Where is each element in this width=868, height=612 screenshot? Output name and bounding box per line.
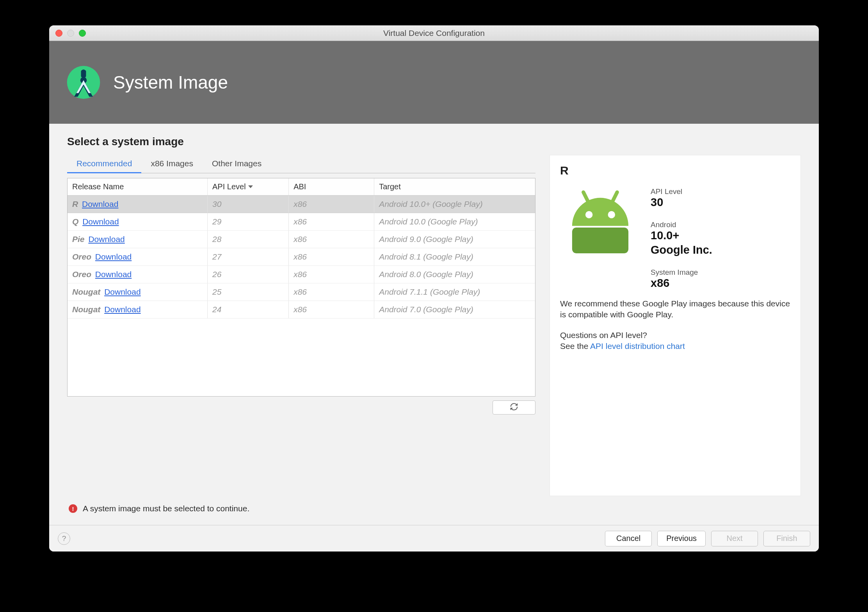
cell-api-level: 28 bbox=[208, 231, 289, 248]
system-image-value: x86 bbox=[651, 277, 790, 290]
cell-api-level: 30 bbox=[208, 196, 289, 213]
col-release-label: Release Name bbox=[72, 182, 124, 191]
cancel-button[interactable]: Cancel bbox=[605, 531, 652, 546]
previous-button[interactable]: Previous bbox=[657, 531, 706, 546]
cell-release-name: Oreo Download bbox=[68, 266, 208, 283]
table-row[interactable]: Nougat Download25x86Android 7.1.1 (Googl… bbox=[68, 283, 535, 301]
release-name-text: Pie bbox=[72, 235, 85, 244]
svg-point-2 bbox=[81, 69, 85, 74]
tab-bar: Recommended x86 Images Other Images bbox=[67, 155, 535, 173]
vendor-value: Google Inc. bbox=[651, 244, 790, 256]
window-title: Virtual Device Configuration bbox=[49, 28, 819, 38]
release-name-text: Oreo bbox=[72, 252, 91, 261]
release-name-text: Oreo bbox=[72, 270, 91, 279]
android-version-value: 10.0+ bbox=[651, 229, 790, 242]
error-icon: ! bbox=[69, 504, 77, 513]
titlebar: Virtual Device Configuration bbox=[49, 25, 819, 41]
finish-button[interactable]: Finish bbox=[763, 531, 810, 546]
android-label: Android bbox=[651, 221, 790, 229]
content-area: Select a system image Recommended x86 Im… bbox=[49, 124, 819, 525]
table-header-row: Release Name API Level ABI Target bbox=[68, 178, 535, 196]
help-icon: ? bbox=[62, 534, 66, 543]
question-text: Questions on API level? bbox=[560, 331, 790, 340]
cell-api-level: 29 bbox=[208, 213, 289, 230]
api-level-value: 30 bbox=[651, 196, 790, 209]
distribution-chart-row: See the API level distribution chart bbox=[560, 342, 790, 351]
cell-release-name: Q Download bbox=[68, 213, 208, 230]
download-link[interactable]: Download bbox=[104, 305, 141, 314]
cell-target: Android 7.0 (Google Play) bbox=[374, 301, 535, 318]
cell-abi: x86 bbox=[289, 213, 374, 230]
cell-abi: x86 bbox=[289, 266, 374, 283]
release-name-text: Nougat bbox=[72, 305, 100, 314]
wizard-title: System Image bbox=[113, 72, 228, 93]
col-api-level[interactable]: API Level bbox=[208, 178, 289, 195]
col-target[interactable]: Target bbox=[374, 178, 535, 195]
col-abi[interactable]: ABI bbox=[289, 178, 374, 195]
cell-release-name: Oreo Download bbox=[68, 248, 208, 265]
next-button[interactable]: Next bbox=[711, 531, 758, 546]
help-button[interactable]: ? bbox=[58, 532, 70, 545]
step-heading: Select a system image bbox=[67, 135, 801, 148]
selected-release-code: R bbox=[560, 164, 790, 177]
download-link[interactable]: Download bbox=[82, 199, 118, 208]
refresh-button[interactable] bbox=[493, 400, 535, 415]
system-image-table: Release Name API Level ABI Target bbox=[67, 178, 535, 397]
recommendation-text: We recommend these Google Play images be… bbox=[560, 298, 790, 320]
wizard-footer: ? Cancel Previous Next Finish bbox=[49, 525, 819, 552]
release-name-text: Q bbox=[72, 217, 78, 226]
android-studio-icon bbox=[66, 64, 101, 100]
cell-api-level: 25 bbox=[208, 283, 289, 301]
cell-target: Android 9.0 (Google Play) bbox=[374, 231, 535, 248]
tab-x86[interactable]: x86 Images bbox=[141, 155, 203, 173]
download-link[interactable]: Download bbox=[88, 235, 125, 244]
cell-api-level: 27 bbox=[208, 248, 289, 265]
table-row[interactable]: Oreo Download26x86Android 8.0 (Google Pl… bbox=[68, 266, 535, 283]
release-name-text: Nougat bbox=[72, 287, 100, 296]
api-distribution-link[interactable]: API level distribution chart bbox=[590, 342, 685, 350]
refresh-icon bbox=[510, 402, 518, 413]
cell-api-level: 26 bbox=[208, 266, 289, 283]
col-release-name[interactable]: Release Name bbox=[68, 178, 208, 195]
cell-release-name: Pie Download bbox=[68, 231, 208, 248]
dialog-window: Virtual Device Configuration System Imag… bbox=[49, 25, 819, 552]
col-api-label: API Level bbox=[212, 182, 246, 191]
tab-other[interactable]: Other Images bbox=[203, 155, 271, 173]
cell-api-level: 24 bbox=[208, 301, 289, 318]
table-row[interactable]: Pie Download28x86Android 9.0 (Google Pla… bbox=[68, 231, 535, 248]
tab-recommended[interactable]: Recommended bbox=[67, 155, 141, 173]
sort-desc-icon bbox=[248, 185, 253, 188]
image-list-pane: Recommended x86 Images Other Images Rele… bbox=[67, 155, 535, 496]
download-link[interactable]: Download bbox=[104, 287, 141, 296]
cell-target: Android 8.1 (Google Play) bbox=[374, 248, 535, 265]
see-the-text: See the bbox=[560, 342, 590, 350]
download-link[interactable]: Download bbox=[82, 217, 119, 226]
svg-rect-6 bbox=[572, 228, 628, 253]
table-body: R Download30x86Android 10.0+ (Google Pla… bbox=[68, 196, 535, 396]
download-link[interactable]: Download bbox=[95, 252, 132, 261]
cell-target: Android 7.1.1 (Google Play) bbox=[374, 283, 535, 301]
cell-release-name: Nougat Download bbox=[68, 283, 208, 301]
system-image-label: System Image bbox=[651, 268, 790, 277]
svg-point-7 bbox=[585, 211, 593, 219]
svg-point-8 bbox=[608, 211, 615, 219]
table-row[interactable]: R Download30x86Android 10.0+ (Google Pla… bbox=[68, 196, 535, 213]
api-level-label: API Level bbox=[651, 187, 790, 196]
cell-target: Android 8.0 (Google Play) bbox=[374, 266, 535, 283]
download-link[interactable]: Download bbox=[95, 270, 132, 279]
alert-text: A system image must be selected to conti… bbox=[83, 504, 249, 513]
release-name-text: R bbox=[72, 199, 78, 208]
table-row[interactable]: Q Download29x86Android 10.0 (Google Play… bbox=[68, 213, 535, 231]
col-target-label: Target bbox=[379, 182, 401, 191]
wizard-header: System Image bbox=[49, 41, 819, 124]
table-row[interactable]: Oreo Download27x86Android 8.1 (Google Pl… bbox=[68, 248, 535, 266]
cell-abi: x86 bbox=[289, 283, 374, 301]
details-panel: R API Level bbox=[550, 155, 801, 496]
cell-release-name: R Download bbox=[68, 196, 208, 213]
cell-abi: x86 bbox=[289, 248, 374, 265]
cell-target: Android 10.0+ (Google Play) bbox=[374, 196, 535, 213]
table-row[interactable]: Nougat Download24x86Android 7.0 (Google … bbox=[68, 301, 535, 318]
cell-target: Android 10.0 (Google Play) bbox=[374, 213, 535, 230]
cell-release-name: Nougat Download bbox=[68, 301, 208, 318]
android-robot-icon bbox=[560, 187, 640, 294]
